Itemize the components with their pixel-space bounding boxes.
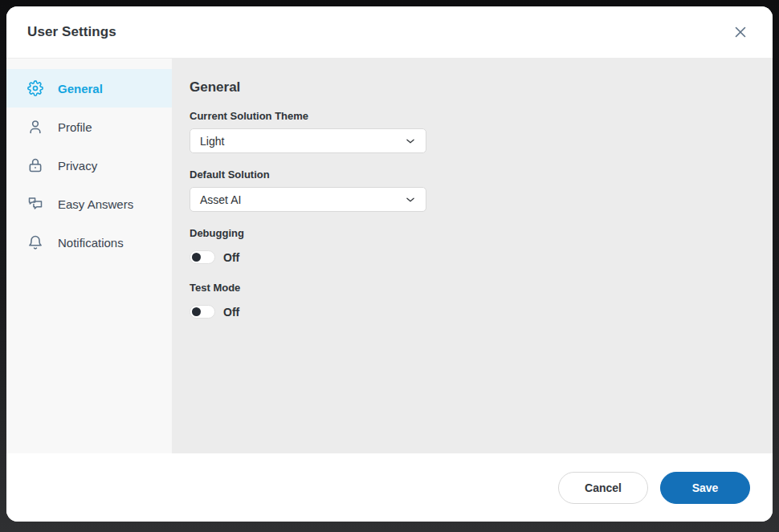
sidebar-item-label: Privacy (58, 159, 97, 173)
chevron-down-icon (405, 136, 416, 147)
theme-select[interactable]: Light (190, 128, 426, 153)
debugging-field: Debugging Off (190, 227, 748, 264)
modal-body: General Profile (6, 59, 773, 453)
default-solution-select[interactable]: Asset AI (190, 187, 426, 212)
test-mode-toggle-state: Off (223, 306, 239, 319)
debugging-toggle[interactable] (190, 250, 215, 264)
sidebar-item-label: Easy Answers (58, 197, 133, 211)
default-solution-field: Default Solution Asset AI (190, 169, 748, 212)
sidebar-item-label: General (58, 82, 103, 95)
test-mode-toggle[interactable] (190, 305, 215, 319)
toggle-knob (192, 253, 201, 262)
test-mode-field: Test Mode Off (190, 282, 748, 319)
modal-header: User Settings (6, 6, 773, 59)
sidebar-item-privacy[interactable]: Privacy (6, 146, 172, 185)
chat-bubbles-icon (27, 196, 43, 212)
theme-field: Current Solution Theme Light (190, 110, 748, 153)
lock-icon (27, 157, 43, 173)
default-solution-label: Default Solution (190, 169, 748, 181)
gear-icon (27, 80, 43, 96)
person-icon (27, 119, 43, 135)
debugging-label: Debugging (190, 227, 748, 239)
theme-select-value: Light (200, 135, 224, 148)
save-button[interactable]: Save (660, 472, 750, 504)
sidebar-item-notifications[interactable]: Notifications (6, 223, 172, 262)
modal-title: User Settings (27, 24, 116, 40)
sidebar-item-easy-answers[interactable]: Easy Answers (6, 185, 172, 223)
sidebar-item-label: Profile (58, 120, 92, 134)
user-settings-modal: User Settings General (6, 6, 773, 522)
modal-footer: Cancel Save (6, 453, 773, 522)
debugging-toggle-state: Off (223, 251, 239, 264)
page-title: General (190, 79, 748, 95)
default-solution-value: Asset AI (200, 193, 241, 206)
settings-content: General Current Solution Theme Light Def… (172, 59, 773, 453)
close-button[interactable] (729, 21, 752, 43)
chevron-down-icon (405, 194, 416, 205)
settings-sidebar: General Profile (6, 59, 172, 453)
bell-icon (27, 234, 43, 250)
sidebar-item-general[interactable]: General (6, 69, 172, 108)
toggle-knob (192, 307, 201, 316)
cancel-button[interactable]: Cancel (558, 472, 648, 504)
close-icon (734, 26, 747, 39)
test-mode-label: Test Mode (190, 282, 748, 294)
sidebar-item-profile[interactable]: Profile (6, 108, 172, 146)
sidebar-item-label: Notifications (58, 236, 124, 250)
theme-field-label: Current Solution Theme (190, 110, 748, 122)
